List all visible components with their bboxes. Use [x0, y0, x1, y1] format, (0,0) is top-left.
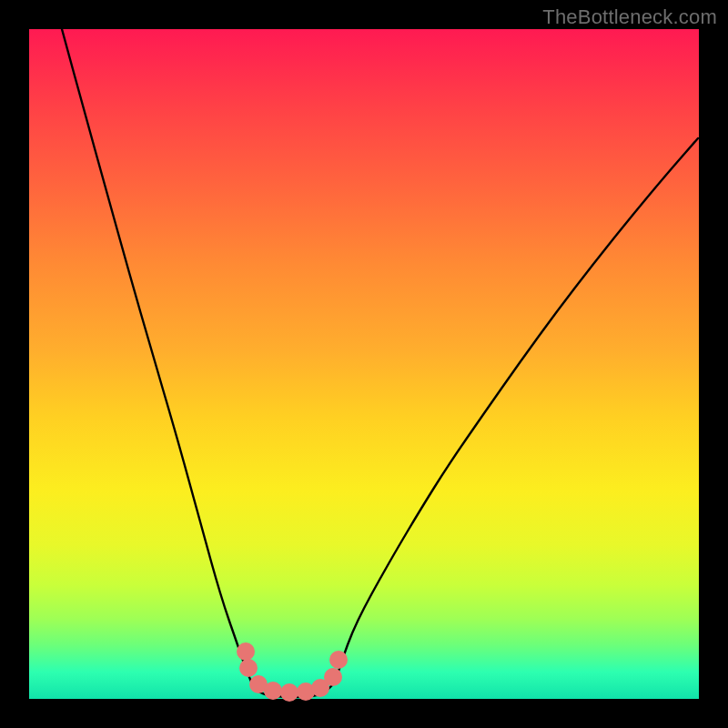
valley-marker-dot: [264, 682, 282, 700]
valley-marker-dot: [239, 659, 258, 677]
valley-marker-group: [237, 642, 348, 702]
curve-right-branch: [335, 138, 698, 682]
valley-marker-dot: [329, 651, 348, 669]
valley-marker-dot: [280, 683, 298, 702]
curve-left-branch: [62, 29, 255, 690]
valley-marker-dot: [324, 668, 342, 686]
plot-area: [29, 29, 699, 699]
valley-marker-dot: [237, 642, 255, 661]
watermark-text: TheBottleneck.com: [542, 5, 717, 29]
curve-svg: [29, 29, 699, 699]
chart-frame: TheBottleneck.com: [0, 0, 728, 728]
